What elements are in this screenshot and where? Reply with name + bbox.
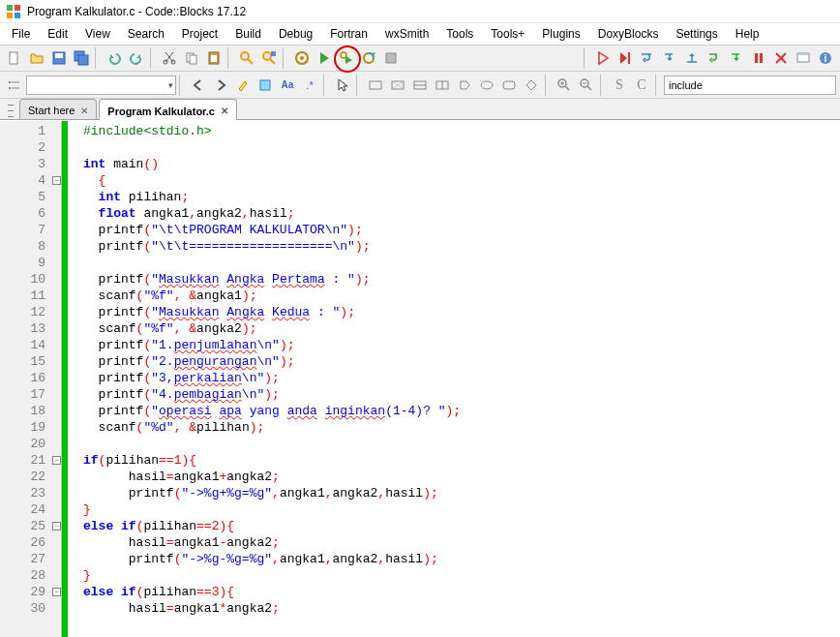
abort-button[interactable] (380, 47, 402, 69)
paste-button[interactable] (203, 47, 225, 69)
menu-edit[interactable]: Edit (40, 25, 75, 43)
svg-rect-14 (211, 55, 217, 62)
regex-button[interactable]: .* (299, 75, 320, 96)
menu-project[interactable]: Project (174, 25, 225, 43)
toolbar-secondary: ▾ Aa .* S C (0, 72, 840, 99)
pointer-button[interactable] (332, 75, 353, 96)
menu-bar: FileEditViewSearchProjectBuildDebugFortr… (0, 23, 840, 45)
step-out-button[interactable] (681, 47, 703, 69)
select-text-button[interactable] (255, 75, 276, 96)
menu-debug[interactable]: Debug (271, 25, 320, 43)
open-file-button[interactable] (26, 47, 47, 69)
code-editor[interactable]: 1234567891011121314151617181920212223242… (0, 120, 840, 637)
tab-label: Start here (28, 105, 75, 116)
tab-label: Program Kalkulator.c (107, 106, 215, 117)
tab-grip[interactable] (8, 102, 14, 119)
menu-plugins[interactable]: Plugins (534, 25, 587, 43)
replace-button[interactable] (258, 47, 280, 69)
shape3-button[interactable] (409, 75, 431, 96)
menu-doxyblocks[interactable]: DoxyBlocks (590, 25, 667, 43)
editor-tabs: Start here✕Program Kalkulator.c✕ (0, 99, 840, 120)
run-button[interactable] (314, 47, 335, 69)
save-all-button[interactable] (71, 47, 92, 69)
tab-0[interactable]: Start here✕ (19, 99, 97, 119)
svg-rect-26 (755, 53, 758, 63)
source-button[interactable]: S (609, 75, 630, 96)
menu-help[interactable]: Help (728, 25, 767, 43)
shape1-button[interactable] (365, 75, 386, 96)
fold-column: −−−− (53, 121, 61, 637)
svg-rect-2 (7, 13, 13, 18)
zoom-in-button[interactable] (554, 75, 575, 96)
fold-toggle[interactable]: − (52, 522, 61, 531)
chart-C-icon: C (637, 77, 645, 93)
shape2-button[interactable] (387, 75, 408, 96)
separator (179, 75, 185, 96)
menu-view[interactable]: View (77, 25, 118, 43)
menu-wxsmith[interactable]: wxSmith (377, 25, 436, 43)
menu-file[interactable]: File (4, 25, 38, 43)
step-into-button[interactable] (659, 47, 680, 69)
toggle-tree-button[interactable] (4, 75, 25, 96)
copy-button[interactable] (181, 47, 202, 69)
shape5-button[interactable] (454, 75, 475, 96)
step-into-instruction-button[interactable] (726, 47, 747, 69)
forward-button[interactable] (210, 75, 231, 96)
chart-button[interactable]: C (631, 75, 652, 96)
undo-button[interactable] (104, 47, 125, 69)
tab-close-icon[interactable]: ✕ (80, 106, 88, 116)
debug-start-button[interactable] (592, 47, 614, 69)
svg-rect-33 (9, 87, 11, 89)
highlight-button[interactable] (232, 75, 254, 96)
separator (323, 75, 329, 96)
menu-tools+[interactable]: Tools+ (483, 25, 532, 43)
back-button[interactable] (188, 75, 209, 96)
shape7-button[interactable] (498, 75, 520, 96)
include-search-input[interactable] (664, 76, 836, 95)
cut-button[interactable] (159, 47, 180, 69)
svg-point-43 (481, 81, 493, 89)
shape6-button[interactable] (476, 75, 497, 96)
info-button[interactable]: i (815, 47, 836, 69)
stop-debug-button[interactable] (770, 47, 792, 69)
fold-toggle[interactable]: − (52, 588, 61, 596)
svg-rect-6 (55, 53, 63, 58)
break-button[interactable] (748, 47, 769, 69)
debug-windows-button[interactable] (793, 47, 814, 69)
shape4-button[interactable] (432, 75, 453, 96)
fold-toggle[interactable]: − (52, 456, 61, 465)
svg-rect-37 (370, 81, 381, 89)
tab-1[interactable]: Program Kalkulator.c✕ (99, 99, 237, 120)
build-button[interactable] (291, 47, 313, 69)
symbol-combo[interactable]: ▾ (26, 76, 176, 95)
redo-button[interactable] (126, 47, 147, 69)
code-area[interactable]: #include<stdio.h>int main() { int piliha… (62, 121, 840, 637)
svg-rect-19 (271, 51, 276, 56)
svg-line-50 (587, 86, 591, 90)
svg-point-21 (300, 56, 304, 60)
zoom-out-button[interactable] (576, 75, 597, 96)
svg-line-16 (248, 59, 253, 64)
new-file-button[interactable] (4, 47, 25, 69)
save-button[interactable] (48, 47, 70, 69)
next-line-button[interactable] (637, 47, 658, 69)
build-run-button[interactable] (336, 47, 357, 69)
next-instruction-button[interactable] (704, 47, 725, 69)
menu-search[interactable]: Search (120, 25, 172, 43)
separator (95, 47, 101, 69)
find-button[interactable] (236, 47, 257, 69)
menu-settings[interactable]: Settings (668, 25, 725, 43)
svg-line-46 (565, 86, 569, 90)
rebuild-button[interactable] (358, 47, 379, 69)
run-to-cursor-button[interactable] (615, 47, 636, 69)
svg-rect-36 (260, 80, 270, 90)
svg-rect-24 (386, 53, 396, 63)
shape8-button[interactable] (521, 75, 542, 96)
menu-tools[interactable]: Tools (438, 25, 481, 43)
separator (356, 75, 362, 96)
menu-build[interactable]: Build (227, 25, 269, 43)
text-aa-button[interactable]: Aa (277, 75, 298, 96)
menu-fortran[interactable]: Fortran (322, 25, 375, 43)
fold-toggle[interactable]: − (52, 176, 61, 185)
tab-close-icon[interactable]: ✕ (221, 106, 228, 116)
